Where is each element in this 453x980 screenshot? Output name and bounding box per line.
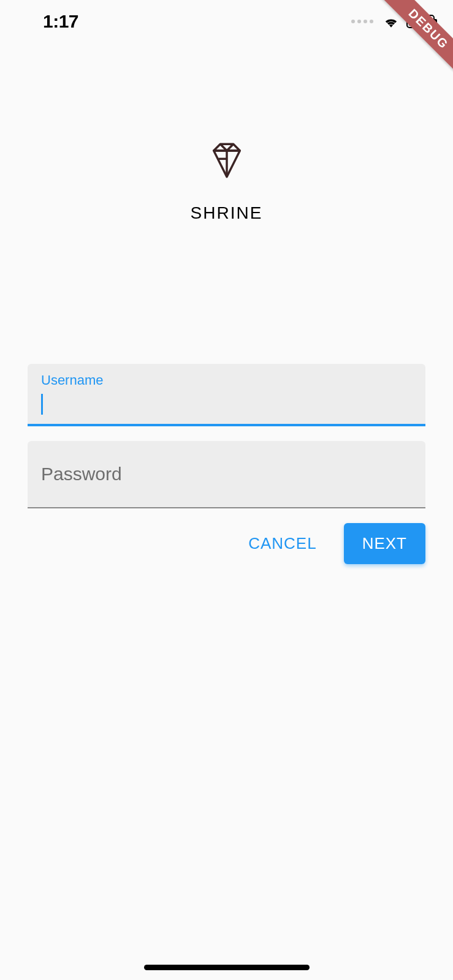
password-label: Password [41, 451, 122, 497]
username-field[interactable]: Username [28, 364, 425, 426]
username-label: Username [41, 372, 412, 388]
button-row: CANCEL NEXT [28, 523, 425, 564]
next-button[interactable]: NEXT [344, 523, 425, 564]
brand-title: SHRINE [191, 203, 263, 223]
cancel-button[interactable]: CANCEL [230, 523, 335, 564]
home-indicator [144, 965, 310, 970]
password-field[interactable]: Password [28, 441, 425, 508]
login-screen: SHRINE Username Password CANCEL NEXT [0, 0, 453, 564]
diamond-icon [207, 141, 246, 180]
username-input[interactable] [43, 394, 412, 415]
brand-block: SHRINE [28, 141, 425, 223]
